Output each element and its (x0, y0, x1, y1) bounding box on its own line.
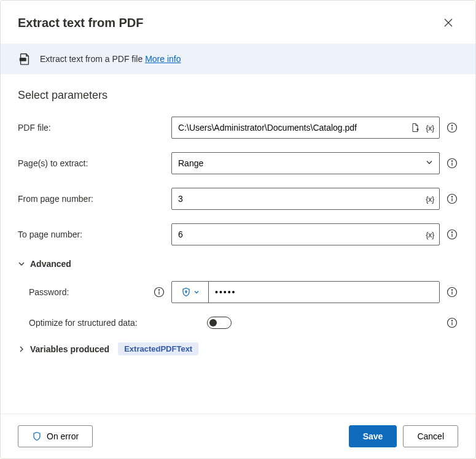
section-title: Select parameters (18, 89, 458, 102)
pdf-file-label: PDF file: (18, 123, 165, 133)
svg-point-14 (451, 290, 452, 290)
info-icon (447, 229, 458, 240)
password-input[interactable] (209, 282, 439, 303)
password-mode-button[interactable] (172, 282, 209, 303)
variable-picker-button[interactable]: {x} (424, 122, 436, 134)
save-button[interactable]: Save (349, 425, 397, 447)
chevron-down-icon (193, 289, 200, 295)
advanced-expander[interactable]: Advanced (18, 259, 458, 269)
advanced-label: Advanced (30, 259, 71, 269)
variable-picker-button[interactable]: {x} (424, 193, 436, 205)
shield-icon (32, 431, 42, 441)
from-page-input[interactable] (171, 188, 440, 210)
svg-point-3 (451, 125, 452, 126)
cancel-button[interactable]: Cancel (403, 425, 458, 447)
svg-point-9 (451, 232, 452, 233)
chevron-right-icon (18, 345, 25, 353)
svg-text:PDF: PDF (20, 58, 26, 61)
from-page-label: From page number: (18, 194, 165, 204)
to-page-input[interactable] (171, 223, 440, 245)
pages-select[interactable]: Range (171, 152, 440, 174)
optimize-toggle[interactable] (207, 317, 232, 329)
svg-point-12 (185, 291, 186, 292)
variables-expander[interactable]: Variables produced ExtractedPDFText (18, 342, 458, 355)
svg-point-5 (451, 161, 452, 161)
info-icon (447, 287, 458, 298)
password-info-left[interactable] (153, 286, 165, 298)
dialog-title: Extract text from PDF (18, 16, 144, 30)
password-info[interactable] (446, 286, 458, 298)
banner-text: Extract text from a PDF file (40, 54, 142, 64)
close-icon (444, 18, 453, 27)
to-page-info[interactable] (446, 228, 458, 241)
password-label: Password: (29, 287, 148, 297)
pages-label: Page(s) to extract: (18, 158, 165, 168)
to-page-label: To page number: (18, 230, 165, 239)
pages-info[interactable] (446, 157, 458, 169)
svg-point-11 (158, 290, 159, 290)
from-page-info[interactable] (446, 193, 458, 205)
variable-picker-button[interactable]: {x} (424, 228, 436, 241)
shield-icon (181, 287, 191, 297)
info-icon (154, 287, 165, 298)
optimize-info[interactable] (446, 317, 458, 329)
pdf-file-input[interactable] (171, 117, 440, 139)
pdf-file-info[interactable] (446, 122, 458, 134)
svg-point-16 (451, 320, 452, 321)
optimize-label: Optimize for structured data: (29, 318, 201, 328)
variables-label: Variables produced (30, 344, 109, 354)
more-info-link[interactable]: More info (145, 54, 181, 64)
info-icon (447, 193, 458, 204)
info-icon (447, 158, 458, 169)
variable-chip[interactable]: ExtractedPDFText (118, 342, 198, 355)
info-icon (447, 317, 458, 328)
info-icon (447, 122, 458, 133)
svg-point-7 (451, 196, 452, 197)
file-icon (410, 123, 420, 133)
on-error-button[interactable]: On error (18, 425, 93, 447)
pdf-icon: PDF (18, 52, 31, 66)
info-banner: PDF Extract text from a PDF file More in… (1, 44, 475, 74)
file-picker-button[interactable] (409, 122, 421, 134)
chevron-down-icon (18, 260, 25, 268)
close-button[interactable] (439, 13, 458, 33)
